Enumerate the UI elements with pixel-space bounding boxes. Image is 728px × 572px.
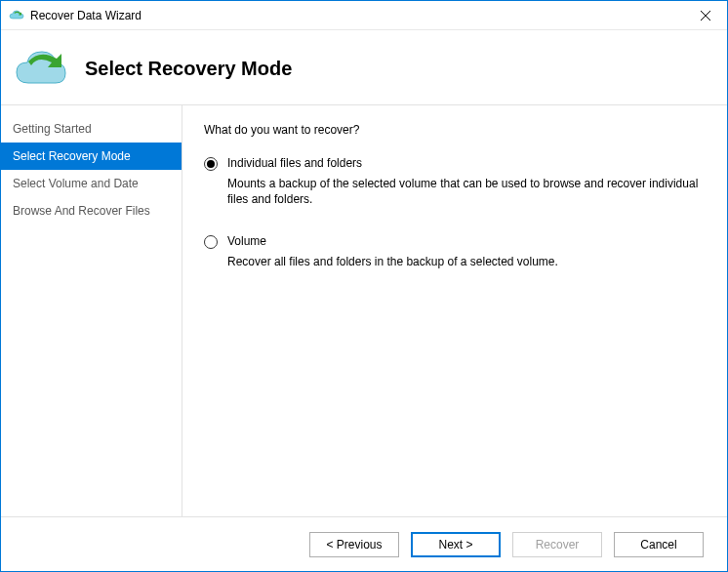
sidebar-item-browse-and-recover-files[interactable]: Browse And Recover Files: [1, 197, 182, 225]
recover-button: Recover: [512, 532, 602, 557]
close-button[interactable]: [683, 1, 727, 30]
sidebar-item-select-recovery-mode[interactable]: Select Recovery Mode: [1, 143, 182, 170]
option-body: Individual files and folders Mounts a ba…: [227, 156, 706, 207]
radio-individual-files[interactable]: [204, 157, 218, 171]
option-volume: Volume Recover all files and folders in …: [204, 234, 706, 269]
option-desc-individual-files: Mounts a backup of the selected volume t…: [227, 176, 706, 207]
page-heading: Select Recovery Mode: [85, 58, 292, 80]
wizard-window: Recover Data Wizard Select Recovery Mode…: [0, 0, 728, 572]
cloud-recover-icon: [15, 46, 67, 91]
content: What do you want to recover? Individual …: [182, 105, 727, 516]
option-label-individual-files[interactable]: Individual files and folders: [227, 156, 706, 170]
titlebar: Recover Data Wizard: [1, 1, 727, 30]
option-label-volume[interactable]: Volume: [227, 234, 706, 248]
option-individual-files: Individual files and folders Mounts a ba…: [204, 156, 706, 207]
sidebar-item-select-volume-and-date[interactable]: Select Volume and Date: [1, 170, 182, 197]
close-icon: [701, 11, 710, 20]
option-desc-volume: Recover all files and folders in the bac…: [227, 254, 706, 269]
body: Getting Started Select Recovery Mode Sel…: [1, 105, 727, 516]
sidebar: Getting Started Select Recovery Mode Sel…: [1, 105, 182, 516]
app-cloud-icon: [9, 8, 24, 23]
window-title: Recover Data Wizard: [30, 9, 683, 22]
footer: < Previous Next > Recover Cancel: [1, 516, 727, 571]
option-body: Volume Recover all files and folders in …: [227, 234, 706, 269]
cancel-button[interactable]: Cancel: [614, 532, 704, 557]
header: Select Recovery Mode: [1, 30, 727, 104]
prompt-text: What do you want to recover?: [204, 123, 706, 137]
previous-button[interactable]: < Previous: [309, 532, 399, 557]
sidebar-item-getting-started[interactable]: Getting Started: [1, 115, 182, 143]
next-button[interactable]: Next >: [411, 532, 501, 557]
radio-volume[interactable]: [204, 235, 218, 249]
